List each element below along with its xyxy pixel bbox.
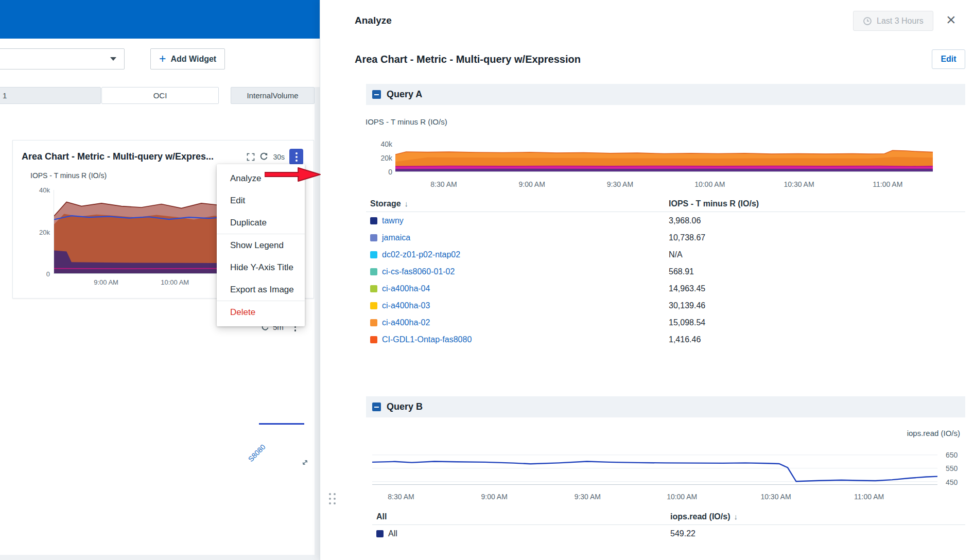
query-b-axis-title: iops.read (IO/s) bbox=[907, 429, 960, 437]
query-b-header[interactable]: Query B bbox=[366, 396, 965, 417]
x-tick: 11:00 AM bbox=[854, 493, 884, 501]
menu-item-show-legend[interactable]: Show Legend bbox=[217, 234, 305, 256]
storage-link[interactable]: CI-GDL1-Ontap-fas8080 bbox=[382, 335, 472, 344]
column-header-all[interactable]: All bbox=[376, 512, 387, 521]
column-header-storage[interactable]: Storage bbox=[370, 199, 401, 208]
legend-color-swatch bbox=[370, 234, 377, 241]
screen: + Add Widget 1 OCI InternalVolume Area C… bbox=[0, 0, 974, 560]
query-a-x-axis-labels: 8:30 AM 9:00 AM 9:30 AM 10:00 AM 10:30 A… bbox=[395, 180, 933, 189]
legend-color-swatch bbox=[370, 251, 377, 258]
legend-color-swatch bbox=[370, 217, 377, 224]
panel-drag-handle[interactable] bbox=[329, 493, 336, 504]
legend-color-swatch bbox=[370, 268, 377, 275]
refresh-interval-label: 30s bbox=[273, 153, 285, 161]
horizontal-scrollbar-track[interactable] bbox=[0, 555, 320, 560]
query-a-header[interactable]: Query A bbox=[366, 84, 965, 105]
dashboard-pane: + Add Widget 1 OCI InternalVolume Area C… bbox=[0, 0, 320, 560]
resize-handle-icon[interactable] bbox=[301, 458, 309, 467]
x-tick: 10:00 AM bbox=[161, 278, 189, 286]
focus-icon[interactable] bbox=[247, 153, 255, 161]
sort-desc-icon[interactable]: ↓ bbox=[405, 199, 409, 208]
table-row: ci-a400ha-02 15,098.54 bbox=[366, 314, 965, 331]
menu-item-delete[interactable]: Delete bbox=[217, 301, 305, 323]
column-header-metric[interactable]: IOPS - T minus R (IO/s) bbox=[669, 199, 759, 208]
table-header: All iops.read (IO/s) ↓ bbox=[372, 509, 965, 525]
metric-value: 1,416.46 bbox=[669, 335, 701, 344]
storage-link[interactable]: tawny bbox=[382, 216, 404, 225]
x-tick: 10:30 AM bbox=[760, 493, 791, 501]
time-range-label: Last 3 Hours bbox=[877, 16, 924, 26]
x-tick: 9:30 AM bbox=[575, 493, 601, 501]
storage-link[interactable]: ci-a400ha-03 bbox=[382, 301, 430, 310]
filter-chip-truncated[interactable]: 1 bbox=[0, 87, 101, 104]
kebab-dot bbox=[295, 156, 298, 158]
table-row: All 549.22 bbox=[372, 525, 965, 542]
add-widget-label: Add Widget bbox=[170, 55, 216, 64]
dashboard-selector[interactable] bbox=[0, 48, 125, 69]
annotation-arrow-icon bbox=[265, 166, 321, 183]
query-a-axis-title: IOPS - T minus R (IO/s) bbox=[366, 117, 447, 126]
query-a-y-axis-labels: 40k 20k 0 bbox=[369, 141, 392, 172]
query-b-table: All iops.read (IO/s) ↓ All 549.22 bbox=[372, 509, 965, 542]
sort-desc-icon[interactable]: ↓ bbox=[734, 512, 738, 521]
metric-value: 3,968.06 bbox=[669, 216, 701, 225]
x-tick: 9:30 AM bbox=[607, 180, 633, 188]
query-b-y-axis-labels: 650 550 450 bbox=[946, 451, 966, 485]
x-tick: 8:30 AM bbox=[430, 180, 457, 188]
query-b-label: Query B bbox=[387, 401, 423, 412]
collapse-icon bbox=[372, 402, 381, 411]
table-row: jamaica 10,738.67 bbox=[366, 229, 965, 246]
metric-value: N/A bbox=[669, 250, 683, 259]
analyzed-widget-title: Area Chart - Metric - Multi-query w/Expr… bbox=[355, 54, 581, 65]
refresh-icon[interactable] bbox=[259, 152, 268, 161]
legend-color-swatch bbox=[370, 285, 377, 292]
y-tick: 450 bbox=[946, 478, 958, 486]
query-b-chart bbox=[372, 451, 937, 485]
legend-color-swatch bbox=[370, 336, 377, 343]
storage-link[interactable]: ci-cs-fas8060-01-02 bbox=[382, 267, 455, 276]
y-tick: 650 bbox=[946, 451, 958, 459]
app-header-bar bbox=[0, 0, 320, 39]
widget2-chart-line bbox=[259, 423, 304, 425]
y-tick: 20k bbox=[39, 228, 50, 236]
menu-item-hide-y-axis-title[interactable]: Hide Y-Axis Title bbox=[217, 256, 305, 278]
column-header-metric[interactable]: iops.read (IO/s) bbox=[670, 512, 730, 521]
table-row: tawny 3,968.06 bbox=[366, 212, 965, 229]
storage-link[interactable]: dc02-z01-p02-ntap02 bbox=[382, 250, 460, 259]
collapse-icon bbox=[372, 90, 381, 99]
menu-item-duplicate[interactable]: Duplicate bbox=[217, 212, 305, 234]
widget-title: Area Chart - Metric - Multi-query w/Expr… bbox=[22, 151, 247, 162]
metric-value: 30,139.46 bbox=[669, 301, 705, 310]
widget-menu-button[interactable] bbox=[289, 149, 303, 165]
storage-link[interactable]: ci-a400ha-04 bbox=[382, 284, 430, 293]
query-a-label: Query A bbox=[387, 89, 422, 100]
table-row: CI-GDL1-Ontap-fas8080 1,416.46 bbox=[366, 331, 965, 348]
close-icon[interactable]: × bbox=[946, 11, 956, 28]
y-tick: 40k bbox=[380, 140, 392, 148]
x-tick: 10:00 AM bbox=[694, 180, 725, 188]
x-tick: 11:00 AM bbox=[873, 180, 902, 188]
storage-link[interactable]: ci-a400ha-02 bbox=[382, 318, 430, 327]
filter-chip-internalvolume[interactable]: InternalVolume bbox=[231, 87, 315, 104]
widget-context-menu: Analyze Edit Duplicate Show Legend Hide … bbox=[217, 164, 305, 326]
edit-button[interactable]: Edit bbox=[932, 49, 965, 69]
legend-color-swatch bbox=[370, 319, 377, 326]
menu-item-export-as-image[interactable]: Export as Image bbox=[217, 278, 305, 301]
table-row: ci-a400ha-04 14,963.45 bbox=[366, 280, 965, 297]
y-tick: 20k bbox=[380, 154, 392, 162]
y-tick: 0 bbox=[388, 168, 392, 176]
y-tick: 0 bbox=[46, 270, 50, 278]
menu-item-edit[interactable]: Edit bbox=[217, 189, 305, 212]
storage-link[interactable]: jamaica bbox=[382, 233, 410, 242]
filter-chip-oci[interactable]: OCI bbox=[101, 87, 219, 104]
time-range-button[interactable]: Last 3 Hours bbox=[853, 11, 933, 31]
add-widget-button[interactable]: + Add Widget bbox=[150, 48, 225, 69]
vertical-scrollbar-track[interactable] bbox=[315, 87, 320, 556]
plus-icon: + bbox=[159, 53, 166, 65]
table-header: Storage ↓ IOPS - T minus R (IO/s) bbox=[366, 196, 965, 212]
metric-value: 568.91 bbox=[669, 267, 694, 276]
analyze-panel: Analyze Last 3 Hours × Area Chart - Metr… bbox=[320, 0, 974, 560]
metric-value: 549.22 bbox=[670, 529, 695, 538]
clock-icon bbox=[863, 16, 872, 26]
kebab-dot bbox=[295, 160, 298, 162]
